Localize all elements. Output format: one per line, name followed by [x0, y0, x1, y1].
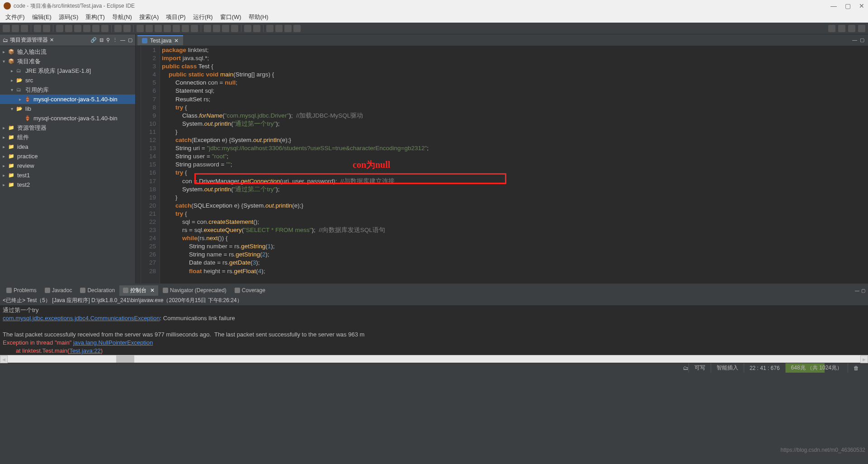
toolbar-button[interactable]	[56, 25, 63, 32]
tab-problems[interactable]: Problems	[3, 286, 40, 295]
menu-icon[interactable]: ⋮	[113, 37, 118, 43]
tree-item[interactable]: ▸📂src	[0, 76, 135, 85]
toolbar-button[interactable]	[173, 25, 180, 32]
close-icon[interactable]: ✕	[50, 37, 54, 43]
tree-item[interactable]: 🏺mysql-connector-java-5.1.40-bin	[0, 114, 135, 123]
tab-navigator[interactable]: Navigator (Deprecated)	[159, 286, 230, 295]
menu-window[interactable]: 窗口(W)	[217, 12, 245, 22]
close-icon[interactable]: ✕	[174, 38, 179, 44]
close-button[interactable]: ✕	[859, 2, 864, 9]
maximize-button[interactable]: ▢	[845, 2, 851, 9]
toolbar-button[interactable]	[244, 25, 251, 32]
toolbar-button[interactable]	[137, 25, 144, 32]
toolbar-button[interactable]	[231, 25, 238, 32]
window-title-bar: code - 项目准备/src/linktest/Test.java - Ecl…	[0, 0, 868, 12]
menu-file[interactable]: 文件(F)	[2, 12, 28, 22]
java-file-icon	[142, 38, 147, 43]
menu-search[interactable]: 搜索(A)	[136, 12, 162, 22]
horizontal-scrollbar[interactable]: ◀ ▶	[0, 355, 868, 363]
perspective-button[interactable]	[838, 25, 845, 32]
tree-item[interactable]: ▸📁资源管理器	[0, 123, 135, 133]
perspective-button[interactable]	[848, 25, 855, 32]
minimize-icon[interactable]: —	[120, 37, 125, 43]
tab-console[interactable]: 控制台✕	[119, 285, 158, 296]
toolbar-button[interactable]	[204, 25, 211, 32]
tab-javadoc[interactable]: Javadoc	[41, 286, 76, 295]
toolbar-button[interactable]	[266, 25, 274, 32]
perspective-button[interactable]	[858, 25, 865, 32]
tree-item[interactable]: ▸📁practice	[0, 152, 135, 161]
filter-icon[interactable]: ⚲	[106, 37, 110, 43]
toolbar-button[interactable]	[284, 25, 292, 32]
toolbar-button[interactable]	[83, 25, 90, 32]
menu-source[interactable]: 源码(S)	[55, 12, 82, 22]
maximize-icon[interactable]: ▢	[860, 37, 864, 43]
toolbar-button[interactable]	[123, 25, 131, 32]
menu-refactor[interactable]: 重构(T)	[82, 12, 108, 22]
collapse-icon[interactable]: ⊟	[99, 37, 104, 43]
tree-item[interactable]: ▸📁test1	[0, 170, 135, 180]
toolbar-button[interactable]	[155, 25, 162, 32]
minimize-icon[interactable]: —	[855, 288, 859, 293]
toolbar-button[interactable]	[101, 25, 108, 32]
editor-tab-test-java[interactable]: Test.java ✕	[137, 35, 183, 45]
tree-item[interactable]: ▸📦输入输出流	[0, 47, 135, 57]
project-tree[interactable]: ▸📦输入输出流▾📦项目准备▸🗂JRE 系统库 [JavaSE-1.8]▸📂src…	[0, 46, 135, 284]
tree-item[interactable]: ▾📦项目准备	[0, 57, 135, 66]
exception-link[interactable]: com.mysql.jdbc.exceptions.jdbc4.Communic…	[3, 315, 160, 322]
toolbar-button[interactable]	[222, 25, 229, 32]
toolbar-button[interactable]	[182, 25, 189, 32]
tree-item[interactable]: ▸📁组件	[0, 133, 135, 142]
maximize-icon[interactable]: ▢	[861, 288, 865, 293]
link-icon[interactable]: 🔗	[90, 37, 97, 43]
tab-declaration[interactable]: Declaration	[76, 286, 118, 295]
toolbar-button[interactable]	[293, 25, 301, 32]
scroll-right-icon[interactable]: ▶	[860, 355, 868, 363]
menu-help[interactable]: 帮助(H)	[245, 12, 272, 22]
bottom-tab-bar: Problems Javadoc Declaration 控制台✕ Naviga…	[0, 285, 868, 296]
toolbar-button[interactable]	[21, 25, 28, 32]
menu-edit[interactable]: 编辑(E)	[28, 12, 55, 22]
problems-icon	[6, 288, 12, 293]
toolbar-button[interactable]	[191, 25, 198, 32]
breadcrumb-icon[interactable]: 🗂	[683, 365, 689, 371]
watermark: https://blog.csdn.net/m0_46360532	[781, 447, 865, 453]
menu-project[interactable]: 项目(P)	[162, 12, 189, 22]
toolbar-button[interactable]	[213, 25, 220, 32]
stacktrace-link[interactable]: Test.java:22	[69, 347, 100, 354]
tree-item[interactable]: ▸🏺mysql-connector-java-5.1.40-bin	[0, 95, 135, 104]
scroll-left-icon[interactable]: ◀	[0, 355, 8, 363]
console-output[interactable]: 通过第一个try com.mysql.jdbc.exceptions.jdbc4…	[0, 305, 868, 355]
toolbar-button[interactable]	[92, 25, 99, 32]
menu-run[interactable]: 运行(R)	[189, 12, 217, 22]
toolbar-button[interactable]	[114, 25, 122, 32]
close-icon[interactable]: ✕	[150, 287, 155, 294]
toolbar-button[interactable]	[43, 25, 50, 32]
code-editor[interactable]: 1234567891011121314151617181920212223242…	[136, 46, 868, 284]
menu-navigate[interactable]: 导航(N)	[108, 12, 136, 22]
scroll-thumb[interactable]	[116, 355, 134, 363]
exception-link[interactable]: java.lang.NullPointerException	[73, 339, 153, 346]
toolbar-button[interactable]	[275, 25, 283, 32]
tree-item[interactable]: ▸🗂JRE 系统库 [JavaSE-1.8]	[0, 66, 135, 76]
tree-item[interactable]: ▾📂lib	[0, 104, 135, 114]
project-explorer-tab[interactable]: 🗂 项目资源管理器 ✕ 🔗 ⊟ ⚲ ⋮ — ▢	[0, 34, 135, 46]
search-icon[interactable]	[828, 25, 835, 32]
tree-item[interactable]: ▸📁test2	[0, 180, 135, 189]
gc-icon[interactable]: 🗑	[848, 363, 864, 373]
tree-item[interactable]: ▾🗂引用的库	[0, 85, 135, 95]
toolbar-button[interactable]	[164, 25, 171, 32]
toolbar-button[interactable]	[253, 25, 260, 32]
toolbar-button[interactable]	[65, 25, 72, 32]
toolbar-button[interactable]	[12, 25, 19, 32]
tab-coverage[interactable]: Coverage	[231, 286, 269, 295]
toolbar-button[interactable]	[74, 25, 81, 32]
tree-item[interactable]: ▸📁idea	[0, 142, 135, 152]
minimize-icon[interactable]: —	[852, 37, 857, 43]
toolbar-button[interactable]	[146, 25, 153, 32]
minimize-button[interactable]: —	[830, 2, 837, 9]
tree-item[interactable]: ▸📁review	[0, 161, 135, 170]
toolbar-button[interactable]	[3, 25, 10, 32]
maximize-icon[interactable]: ▢	[128, 37, 132, 43]
toolbar-button[interactable]	[34, 25, 41, 32]
